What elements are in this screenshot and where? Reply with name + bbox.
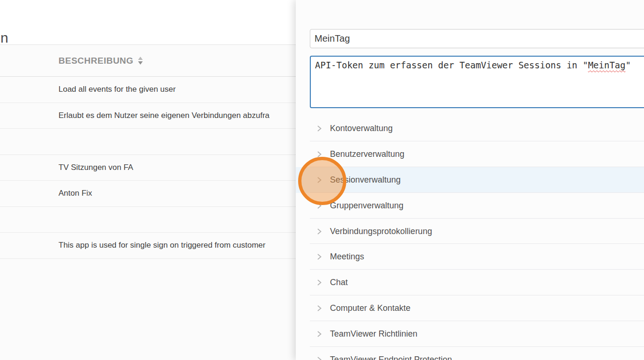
- table-row[interactable]: This app is used for single sign on trig…: [0, 233, 296, 259]
- section-gruppenverwaltung[interactable]: Gruppenverwaltung: [296, 193, 644, 219]
- token-name-input[interactable]: [310, 29, 644, 48]
- misspelled-word: MeinTag: [588, 60, 625, 70]
- chevron-right-icon: [315, 125, 322, 132]
- background-page: n BESCHREIBUNG Load all events for the g…: [0, 0, 296, 360]
- section-teamviewer-endpoint-protection[interactable]: TeamViewer Endpoint Protection: [296, 347, 644, 360]
- section-label: Benutzerverwaltung: [330, 149, 404, 159]
- permission-sections-list: Kontoverwaltung Benutzerverwaltung Sessi…: [296, 116, 644, 360]
- row-description: This app is used for single sign on trig…: [59, 241, 265, 250]
- column-header-beschreibung[interactable]: BESCHREIBUNG: [0, 45, 143, 76]
- chevron-right-icon: [315, 356, 322, 360]
- section-benutzerverwaltung[interactable]: Benutzerverwaltung: [296, 141, 644, 167]
- sort-desc-icon: [138, 61, 143, 65]
- chevron-right-icon: [315, 279, 322, 287]
- token-table: Load all events for the given user Erlau…: [0, 77, 296, 259]
- chevron-right-icon: [315, 228, 322, 235]
- sort-arrows-icon[interactable]: [138, 57, 143, 65]
- section-label: Gruppenverwaltung: [330, 201, 403, 211]
- row-description: Anton Fix: [59, 189, 92, 198]
- section-meetings[interactable]: Meetings: [296, 244, 644, 270]
- section-chat[interactable]: Chat: [296, 270, 644, 295]
- section-computer-kontakte[interactable]: Computer & Kontakte: [296, 295, 644, 321]
- page-header-band: [0, 0, 296, 44]
- page-title: n: [0, 31, 8, 45]
- table-row[interactable]: Anton Fix: [0, 181, 296, 207]
- table-row[interactable]: [0, 207, 296, 233]
- table-row[interactable]: TV Sitzungen von FA: [0, 155, 296, 181]
- section-verbindungsprotokollierung[interactable]: Verbindungsprotokollierung: [296, 219, 644, 244]
- table-row[interactable]: [0, 129, 296, 155]
- section-sessionverwaltung[interactable]: Sessionverwaltung: [296, 167, 644, 193]
- section-label: Meetings: [330, 252, 364, 262]
- column-header-label: BESCHREIBUNG: [59, 56, 133, 66]
- section-label: Computer & Kontakte: [330, 303, 410, 313]
- table-row[interactable]: Load all events for the given user: [0, 77, 296, 103]
- section-label: Chat: [330, 278, 348, 287]
- token-dialog: API-Token zum erfassen der TeamViewer Se…: [296, 0, 644, 360]
- token-description-textarea[interactable]: API-Token zum erfassen der TeamViewer Se…: [310, 56, 644, 108]
- row-description: Load all events for the given user: [59, 85, 176, 94]
- section-label: TeamViewer Endpoint Protection: [330, 355, 452, 360]
- chevron-right-icon: [315, 176, 322, 184]
- section-label: TeamViewer Richtlinien: [330, 329, 417, 339]
- description-text: API-Token zum erfassen der TeamViewer Se…: [315, 60, 588, 70]
- row-description: Erlaubt es dem Nutzer seine eigenen Verb…: [59, 111, 270, 120]
- chevron-right-icon: [315, 330, 322, 338]
- description-text: ": [625, 60, 630, 70]
- chevron-right-icon: [315, 150, 322, 158]
- chevron-right-icon: [315, 202, 322, 210]
- section-teamviewer-richtlinien[interactable]: TeamViewer Richtlinien: [296, 321, 644, 347]
- section-label: Sessionverwaltung: [330, 175, 401, 185]
- table-row[interactable]: Erlaubt es dem Nutzer seine eigenen Verb…: [0, 103, 296, 129]
- chevron-right-icon: [315, 253, 322, 261]
- row-description: TV Sitzungen von FA: [59, 163, 133, 172]
- sort-asc-icon: [138, 57, 143, 60]
- section-label: Verbindungsprotokollierung: [330, 227, 432, 236]
- chevron-right-icon: [315, 304, 322, 312]
- section-kontoverwaltung[interactable]: Kontoverwaltung: [296, 116, 644, 141]
- section-label: Kontoverwaltung: [330, 124, 393, 133]
